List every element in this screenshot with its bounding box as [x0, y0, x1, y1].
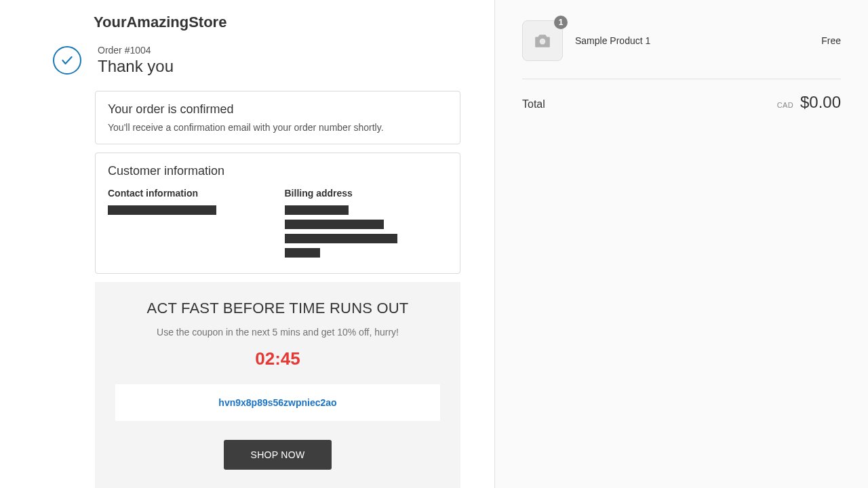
promo-block: ACT FAST BEFORE TIME RUNS OUT Use the co… — [95, 282, 460, 488]
contact-info-label: Contact information — [108, 188, 271, 199]
cart-line-item: 1 Sample Product 1 Free — [522, 14, 841, 79]
total-label: Total — [522, 98, 545, 110]
product-name: Sample Product 1 — [575, 35, 809, 46]
redacted-address-line — [285, 205, 349, 215]
redacted-address-line — [285, 234, 397, 243]
order-meta: Order #1004 Thank you — [98, 45, 174, 76]
order-number: Order #1004 — [98, 45, 174, 56]
product-thumbnail: 1 — [522, 20, 563, 61]
coupon-box[interactable]: hvn9x8p89s56zwpniec2ao — [115, 384, 440, 421]
customer-info-title: Customer information — [108, 164, 448, 178]
countdown-timer: 02:45 — [115, 348, 440, 369]
total-row: Total CAD $0.00 — [522, 79, 841, 112]
main-content: YourAmazingStore Order #1004 Thank you Y… — [0, 0, 495, 488]
redacted-address-line — [285, 220, 384, 229]
total-currency: CAD — [777, 101, 793, 109]
checkmark-icon — [53, 46, 81, 75]
thank-you-header: Order #1004 Thank you — [53, 45, 494, 76]
customer-info-card: Customer information Contact information… — [95, 152, 460, 274]
camera-icon — [534, 33, 551, 48]
promo-subtext: Use the coupon in the next 5 mins and ge… — [115, 327, 440, 338]
order-summary-panel: 1 Sample Product 1 Free Total CAD $0.00 — [495, 0, 868, 488]
contact-info-column: Contact information — [108, 188, 271, 262]
store-name: YourAmazingStore — [94, 14, 494, 31]
redacted-contact — [108, 205, 216, 215]
product-price: Free — [821, 35, 841, 46]
billing-address-column: Billing address — [285, 188, 448, 262]
total-amount: $0.00 — [800, 93, 841, 112]
quantity-badge: 1 — [554, 16, 568, 29]
shop-now-button[interactable]: SHOP NOW — [224, 440, 332, 470]
confirmed-title: Your order is confirmed — [108, 102, 448, 117]
svg-point-0 — [540, 39, 546, 45]
coupon-code: hvn9x8p89s56zwpniec2ao — [218, 397, 336, 408]
billing-address-label: Billing address — [285, 188, 448, 199]
promo-headline: ACT FAST BEFORE TIME RUNS OUT — [115, 300, 440, 317]
confirmed-subtext: You'll receive a confirmation email with… — [108, 122, 448, 133]
redacted-address-line — [285, 248, 320, 258]
thank-you-title: Thank you — [98, 57, 174, 76]
order-confirmed-card: Your order is confirmed You'll receive a… — [95, 91, 460, 144]
